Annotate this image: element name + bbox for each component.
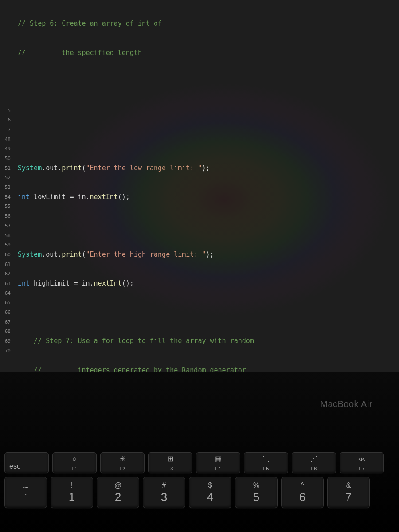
line-number: 52 [0,173,11,183]
function-key-row: esc ☼F1 ☀F2 ⊞F3 ▦F4 ⋱F5 ⋰F6 ◃◃F7 [4,452,395,473]
key-5[interactable]: %5 [235,477,278,508]
line-number: 58 [0,231,11,241]
line-number [0,29,11,39]
line-number: 49 [0,144,11,154]
rewind-icon: ◃◃ [358,454,365,463]
f6-key[interactable]: ⋰F6 [292,452,336,473]
line-number: 65 [0,298,11,308]
key-6[interactable]: ^6 [281,477,324,508]
laptop-body: MacBook Air esc ☼F1 ☀F2 ⊞F3 ▦F4 ⋱F5 ⋰F6 … [0,372,399,532]
key-2[interactable]: @2 [97,477,139,508]
line-number: 6 [0,115,11,125]
code-editor[interactable]: 5674849505152535455565758596061626364656… [0,0,399,372]
brightness-down-icon: ☼ [71,454,78,462]
line-number [0,67,11,77]
line-number [0,10,11,20]
comment-step6-a: // Step 6: Create an array of int of [18,20,162,27]
line-number: 64 [0,289,11,298]
line-number: 62 [0,269,11,279]
line-number [0,77,11,87]
line-number: 53 [0,183,11,192]
line-number: 7 [0,125,11,135]
f4-key[interactable]: ▦F4 [196,452,240,473]
line-number [0,19,11,29]
f3-key[interactable]: ⊞F3 [148,452,192,473]
comment-step7-a: // Step 7: Use a for loop to fill the ar… [18,337,254,345]
key-3[interactable]: #3 [143,477,185,508]
line-number: 63 [0,279,11,289]
mission-control-icon: ⊞ [168,454,173,463]
key-1[interactable]: !1 [51,477,93,508]
line-number: 54 [0,192,11,202]
launchpad-icon: ▦ [215,454,222,463]
line-number-gutter: 5674849505152535455565758596061626364656… [0,0,13,372]
macbook-brand-label: MacBook Air [320,399,372,409]
system-ident: System [18,164,42,172]
line-number: 67 [0,317,11,327]
line-number: 61 [0,260,11,270]
line-number: 56 [0,211,11,221]
line-number: 70 [0,346,11,356]
f7-key[interactable]: ◃◃F7 [340,452,384,473]
keyboard: esc ☼F1 ☀F2 ⊞F3 ▦F4 ⋱F5 ⋰F6 ◃◃F7 ~` !1 @… [0,452,399,508]
code-content[interactable]: // Step 6: Create an array of int of // … [13,0,399,372]
line-number: 55 [0,202,11,211]
line-number [0,39,11,48]
esc-key[interactable]: esc [4,452,49,473]
brightness-up-icon: ☀ [119,454,125,463]
key-7[interactable]: &7 [327,477,370,508]
number-key-row: ~` !1 @2 #3 $4 %5 ^6 &7 [4,477,395,508]
line-number: 68 [0,327,11,336]
line-number [0,96,11,106]
key-4[interactable]: $4 [189,477,231,508]
keyboard-light-down-icon: ⋱ [262,454,270,463]
line-number: 60 [0,250,11,260]
line-number: 48 [0,135,11,145]
keyboard-light-up-icon: ⋰ [310,454,317,463]
tilde-key[interactable]: ~` [4,477,47,508]
comment-step6-b: // the specified length [18,49,142,57]
line-number: 57 [0,221,11,231]
line-number [0,0,11,10]
line-number: 5 [0,106,11,116]
line-number [0,58,11,67]
f5-key[interactable]: ⋱F5 [244,452,288,473]
f1-key[interactable]: ☼F1 [52,452,97,473]
line-number: 69 [0,336,11,346]
f2-key[interactable]: ☀F2 [100,452,145,473]
line-number: 59 [0,240,11,250]
line-number [0,48,11,58]
line-number: 66 [0,308,11,317]
line-number: 50 [0,154,11,164]
line-number: 51 [0,164,11,173]
line-number [0,86,11,96]
